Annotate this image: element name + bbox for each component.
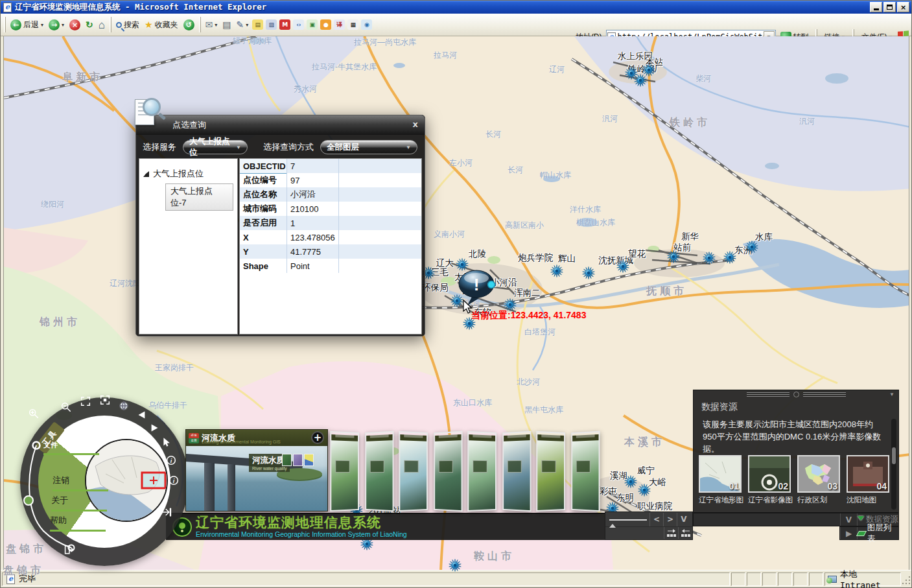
resource-thumbnail[interactable]: 03 [797, 455, 840, 493]
attribute-row[interactable]: 是否启用1 [240, 216, 421, 230]
service-card[interactable] [502, 431, 531, 512]
select-cursor-icon[interactable] [160, 436, 172, 448]
history-button[interactable]: ↺ [181, 18, 197, 32]
service-card[interactable] [467, 431, 497, 512]
dialog-close-icon[interactable]: x [413, 119, 418, 129]
back-icon: ← [10, 19, 21, 30]
attribute-empty-cell [338, 216, 421, 230]
attribute-empty-cell [338, 187, 421, 202]
attribute-row[interactable]: Y41.7775 [240, 244, 421, 259]
service-card-carousel[interactable] [330, 430, 609, 512]
forward-dropdown-icon[interactable]: ▾ [62, 22, 64, 28]
resource-item-terrain[interactable]: 01辽宁省地形图 [699, 455, 743, 505]
attribute-row[interactable]: ShapePoint [240, 259, 421, 273]
resource-item-admin[interactable]: 03行政区划 [797, 455, 841, 505]
slider-handle[interactable] [24, 496, 33, 505]
layers-expand-button[interactable]: ▶ [840, 527, 857, 539]
service-card[interactable] [571, 431, 600, 512]
service-select[interactable]: 大气上报点位 ▼ [183, 140, 248, 154]
attribute-row[interactable]: 点位名称小河沿 [240, 187, 421, 202]
info-icon[interactable]: i [168, 475, 180, 486]
forward-button[interactable]: → ▾ [46, 18, 67, 32]
service-card[interactable] [365, 431, 393, 512]
service-card[interactable] [536, 431, 565, 512]
resource-thumbnail[interactable]: 01 [699, 455, 742, 493]
globe-icon[interactable] [118, 400, 130, 412]
close-button[interactable]: × [897, 2, 909, 12]
web-tool-icon[interactable]: ◉ [361, 19, 372, 30]
result-tree: 大气上报点位 大气上报点位-7 [139, 158, 238, 335]
page-back-icon[interactable] [678, 527, 692, 539]
fetion-icon[interactable]: ● [320, 19, 331, 30]
attribute-value: 210100 [286, 202, 338, 216]
forward-icon: → [49, 19, 60, 30]
refresh-button[interactable]: ↻ [83, 19, 96, 30]
service-card-river-quality[interactable]: 环境监测 河流水质 Liaoning Environmental Monitor… [185, 429, 328, 512]
resource-item-imagery[interactable]: 02辽宁省影像图 [748, 455, 792, 505]
point-query-dialog: 点选查询 x 选择服务 大气上报点位 ▼ 选择查询方式 全部图层 ▼ 大气上报点… [135, 115, 425, 336]
search-button[interactable]: 搜索 [113, 18, 142, 32]
carousel-collapse-button[interactable]: V [677, 513, 690, 526]
research-icon[interactable]: ▨ [266, 19, 277, 30]
dialog-title-bar[interactable]: 点选查询 x [136, 115, 425, 135]
sticky-note-icon[interactable]: ▤ [252, 19, 263, 30]
edit-button[interactable]: ✎▾ [234, 19, 251, 30]
full-extent-icon[interactable] [99, 394, 111, 406]
attribute-name: Y [240, 247, 286, 257]
pan-forward-icon[interactable] [149, 422, 161, 434]
attribute-row[interactable]: 点位编号97 [240, 173, 421, 187]
zoom-slider[interactable] [12, 434, 84, 563]
panel-collapse-icon[interactable]: ▼ [889, 392, 894, 397]
mail-dropdown-icon[interactable]: ▾ [215, 22, 217, 28]
edit-dropdown-icon[interactable]: ▾ [246, 22, 248, 28]
resource-thumbnail[interactable]: 04 [847, 455, 889, 493]
fit-extent-icon[interactable] [80, 395, 91, 407]
carousel-next-button[interactable]: > [663, 513, 677, 526]
carousel-slider[interactable] [605, 512, 649, 526]
translate-icon[interactable]: 译 [334, 19, 345, 30]
resource-thumbnail[interactable]: 02 [748, 455, 791, 493]
print-button[interactable]: ▤ [220, 19, 233, 30]
home-button[interactable]: ⌂ [96, 18, 108, 32]
tree-node-parent[interactable]: 大气上报点位 [143, 168, 233, 180]
layer-list-button[interactable]: 图层列表 [857, 527, 898, 539]
code-icon[interactable]: ‹› [293, 19, 304, 30]
query-mode-select[interactable]: 全部图层 ▼ [320, 140, 417, 154]
page-forward-icon[interactable] [664, 527, 678, 539]
layer-list-label: 图层列表 [867, 523, 898, 545]
mail-button[interactable]: ✉▾ [203, 19, 220, 30]
attribute-row[interactable]: 城市编码210100 [240, 202, 421, 216]
tree-expand-icon[interactable] [143, 171, 149, 177]
identify-icon[interactable]: i [165, 454, 177, 466]
service-card[interactable] [434, 431, 462, 512]
maximize-button[interactable] [883, 2, 896, 12]
add-service-button[interactable]: + [311, 431, 324, 444]
service-card[interactable] [399, 431, 428, 512]
attribute-row[interactable]: OBJECTID7 [240, 159, 421, 173]
stop-button[interactable]: × [67, 18, 83, 32]
favorites-button[interactable]: ★ 收藏夹 [142, 18, 181, 32]
zoom-out-icon[interactable] [60, 401, 72, 413]
service-card[interactable] [330, 431, 359, 512]
zoom-in-icon[interactable] [28, 408, 40, 419]
resources-collapse-button[interactable]: V [840, 513, 857, 526]
resource-number: 04 [876, 481, 887, 491]
panel-scrollbar[interactable] [891, 419, 896, 510]
back-dropdown-icon[interactable]: ▾ [41, 22, 43, 28]
back-button[interactable]: ← 后退 ▾ [8, 18, 46, 32]
title-bar[interactable]: 辽宁省环境监测地理信息系统 - Microsoft Internet Explo… [1, 1, 911, 14]
resize-grip[interactable] [901, 572, 910, 586]
minimize-button[interactable] [870, 2, 882, 12]
current-position-text: 当前位置:123.4423, 41.7483 [471, 310, 586, 322]
tree-node-child[interactable]: 大气上报点位-7 [165, 183, 233, 211]
pan-back-icon[interactable] [135, 409, 147, 421]
navigation-wheel[interactable]: 工具 文件注销关于帮助 ii [20, 397, 189, 566]
resource-item-photo[interactable]: 04沈阳地图 [847, 455, 891, 505]
attribute-row[interactable]: X123.478056 [240, 230, 421, 244]
next-view-icon[interactable] [161, 506, 173, 518]
panel-grip[interactable]: ▼ [694, 390, 898, 399]
media-icon[interactable]: ▣ [307, 19, 318, 30]
carousel-prev-button[interactable]: < [649, 513, 663, 526]
qr-icon[interactable]: ▦ [347, 19, 358, 30]
messenger-icon[interactable]: M [279, 19, 290, 30]
